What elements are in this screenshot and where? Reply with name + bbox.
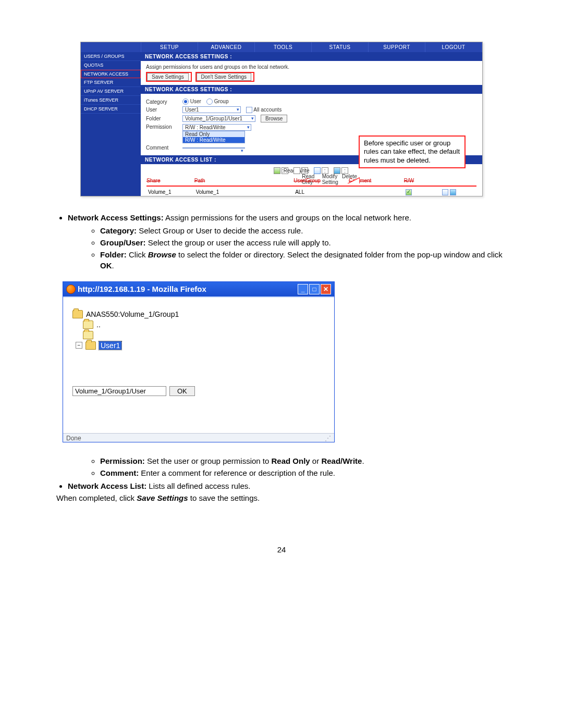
tab-status[interactable]: STATUS: [312, 42, 369, 52]
tab-tools[interactable]: TOOLS: [255, 42, 312, 52]
cell-usergroup: ALL: [293, 188, 348, 195]
browse-button[interactable]: Browse: [261, 115, 287, 122]
radio-user[interactable]: [182, 98, 189, 105]
modify-rule-icon[interactable]: [442, 189, 448, 195]
label-user: User: [146, 107, 177, 113]
tab-logout[interactable]: LOGOUT: [425, 42, 482, 52]
minimize-button[interactable]: _: [298, 284, 308, 294]
checkbox-all-accounts[interactable]: [246, 107, 252, 113]
close-button[interactable]: ✕: [321, 284, 331, 294]
col-share: Share: [146, 177, 194, 184]
input-comment[interactable]: [182, 147, 245, 149]
tab-setup[interactable]: SETUP: [141, 42, 198, 52]
callout-delete-default-rules: Before specific user or group rules can …: [359, 135, 466, 168]
label-radio-user: User: [190, 98, 201, 104]
term-network-access-settings: Network Access Settings:: [68, 213, 164, 222]
sidebar-item-ftp-server[interactable]: FTP SERVER: [81, 78, 141, 87]
sidebar-item-dhcp-server[interactable]: DHCP SERVER: [81, 105, 141, 114]
dont-save-settings-button[interactable]: Don't Save Settings: [197, 73, 252, 81]
rw-checkbox-icon: ✓: [406, 189, 412, 195]
tab-support[interactable]: SUPPORT: [369, 42, 425, 52]
sidebar-item-upnp-av-server[interactable]: UPnP AV SERVER: [81, 87, 141, 96]
legend-readonly-icon: [293, 167, 300, 174]
term-category: Category:: [100, 226, 137, 235]
main-panel: NETWORK ACCESS SETTINGS : Assign permiss…: [141, 52, 482, 196]
screenshot-browse-dialog: http://192.168.1.19 - Mozilla Firefox _ …: [63, 281, 335, 442]
sidebar-item-users-groups[interactable]: USERS / GROUPS: [81, 52, 141, 61]
description-block-1: Network Access Settings: Assign permissi…: [47, 212, 516, 271]
cell-path: Volume_1: [194, 188, 293, 195]
tree-root[interactable]: ANAS550:Volume_1/Group1: [86, 310, 179, 318]
folder-icon: [85, 341, 96, 350]
select-user[interactable]: User1: [182, 106, 241, 113]
section-title-settings-1: NETWORK ACCESS SETTINGS :: [141, 52, 482, 61]
term-permission: Permission:: [100, 456, 145, 465]
new-folder-icon[interactable]: [83, 331, 93, 339]
label-category: Category: [146, 99, 177, 105]
legend-modify-icon: [314, 167, 321, 174]
path-input[interactable]: [72, 386, 166, 396]
term-network-access-list: Network Access List:: [68, 482, 146, 490]
permission-option-readwrite[interactable]: R/W : Read/Write: [183, 137, 244, 143]
access-list-row: Volume_1 Volume_1 ALL ✓: [146, 188, 477, 195]
section-title-settings-2: NETWORK ACCESS SETTINGS :: [141, 85, 482, 94]
folder-tree: ANAS550:Volume_1/Group1 .. − User1: [72, 310, 325, 350]
sidebar-item-quotas[interactable]: QUOTAS: [81, 61, 141, 70]
section-subtitle: Assign permissions for users and groups …: [146, 64, 477, 70]
col-path: Path: [194, 177, 293, 184]
col-usergroup: User/Group: [293, 177, 348, 184]
folder-icon: [72, 310, 83, 318]
label-comment: Comment: [146, 145, 177, 151]
legend-delete-icon: [334, 167, 340, 174]
cell-comment: [348, 188, 403, 195]
up-folder-icon[interactable]: [83, 320, 93, 329]
term-save-settings: Save Settings: [137, 493, 188, 502]
term-ok: OK: [100, 261, 112, 270]
description-block-2: Permission: Set the user or group permis…: [47, 455, 516, 503]
sidebar: USERS / GROUPS QUOTAS NETWORK ACCESS FTP…: [81, 52, 141, 196]
cell-share: Volume_1: [146, 188, 194, 195]
permission-dropdown-open[interactable]: Read Only R/W : Read/Write: [182, 131, 245, 143]
save-settings-button[interactable]: Save Settings: [147, 73, 189, 81]
label-radio-group: Group: [214, 98, 229, 104]
resize-grip-icon: ⋰: [325, 435, 331, 442]
delete-rule-icon[interactable]: [450, 189, 456, 195]
tree-expander[interactable]: −: [76, 342, 82, 349]
top-nav: SETUP ADVANCED TOOLS STATUS SUPPORT LOGO…: [81, 42, 482, 52]
term-comment: Comment:: [100, 468, 139, 477]
label-all-accounts: All accounts: [253, 107, 282, 113]
statusbar: Done ⋰: [63, 433, 334, 442]
tree-up[interactable]: ..: [96, 320, 101, 329]
legend-readwrite-icon: [274, 167, 280, 174]
status-text: Done: [66, 435, 81, 442]
tab-advanced[interactable]: ADVANCED: [198, 42, 255, 52]
radio-group[interactable]: [206, 98, 213, 105]
tree-selected-user1[interactable]: User1: [99, 341, 121, 350]
term-browse: Browse: [148, 250, 176, 259]
label-permission: Permission: [146, 124, 177, 130]
ok-button[interactable]: OK: [169, 386, 195, 396]
page-number: 24: [47, 545, 516, 554]
term-folder: Folder:: [100, 250, 127, 259]
firefox-icon: [66, 285, 76, 294]
sidebar-item-network-access[interactable]: NETWORK ACCESS: [81, 70, 141, 78]
dialog-titlebar: http://192.168.1.19 - Mozilla Firefox _ …: [63, 282, 334, 297]
col-rw: R/W: [403, 177, 440, 184]
term-group-user: Group/User:: [100, 238, 146, 247]
input-folder[interactable]: Volume_1/Group1/User1: [182, 115, 255, 122]
label-folder: Folder: [146, 116, 177, 121]
select-permission[interactable]: R/W : Read/Write: [182, 124, 251, 131]
dialog-title: http://192.168.1.19 - Mozilla Firefox: [78, 285, 206, 293]
permission-option-readonly[interactable]: Read Only: [185, 131, 242, 137]
sidebar-item-itunes-server[interactable]: iTunes SERVER: [81, 96, 141, 105]
maximize-button[interactable]: □: [309, 284, 320, 294]
screenshot-network-access: SETUP ADVANCED TOOLS STATUS SUPPORT LOGO…: [80, 42, 483, 196]
